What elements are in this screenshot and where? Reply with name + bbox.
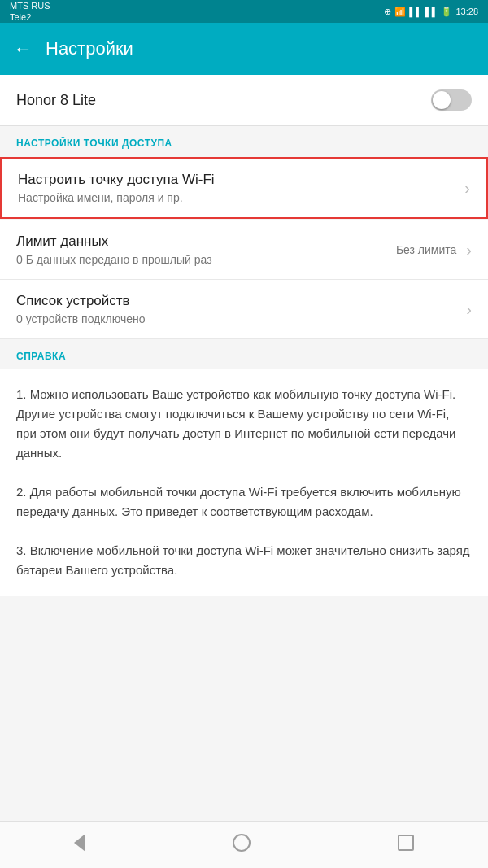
wifi-icon: 📶 [394,7,406,17]
home-nav-button[interactable] [213,827,270,863]
chevron-right-icon: › [464,179,470,198]
location-icon: ⊕ [384,7,391,17]
carrier-info: MTS RUS Tele2 [10,0,50,23]
recents-square-icon [398,835,414,851]
data-limit-subtitle: 0 Б данных передано в прошлый раз [16,253,396,266]
status-icons: ⊕ 📶 ▌▌ ▌▌ 🔋 13:28 [384,7,478,17]
status-bar: MTS RUS Tele2 ⊕ 📶 ▌▌ ▌▌ 🔋 13:28 [0,0,488,23]
help-text-content: 1. Можно использовать Ваше устройство ка… [16,385,472,580]
data-limit-value: Без лимита [396,243,456,256]
device-list-text: Список устройств 0 устройств подключено [16,293,460,325]
back-nav-button[interactable] [54,827,105,863]
data-limit-text: Лимит данных 0 Б данных передано в прошл… [16,233,396,266]
signal-icon1: ▌▌ [409,7,422,16]
wifi-access-point-title: Настроить точку доступа Wi-Fi [18,172,458,188]
toolbar: ← Настройки [0,23,488,75]
device-list-item[interactable]: Список устройств 0 устройств подключено … [0,280,488,339]
back-button[interactable]: ← [13,37,33,60]
hotspot-toggle-label: Honor 8 Lite [16,92,96,109]
data-limit-item[interactable]: Лимит данных 0 Б данных передано в прошл… [0,220,488,280]
section-hotspot-header: НАСТРОЙКИ ТОЧКИ ДОСТУПА [0,126,488,155]
hotspot-toggle-row: Honor 8 Lite [0,75,488,126]
device-list-title: Список устройств [16,293,460,309]
wifi-access-point-item[interactable]: Настроить точку доступа Wi-Fi Настройка … [0,157,488,219]
help-section: 1. Можно использовать Ваше устройство ка… [0,369,488,596]
hotspot-toggle-switch[interactable] [431,89,472,111]
chevron-right-icon-3: › [466,300,472,319]
recents-nav-button[interactable] [378,828,434,862]
wifi-access-point-text: Настроить точку доступа Wi-Fi Настройка … [18,172,458,204]
battery-icon: 🔋 [441,7,452,17]
time-display: 13:28 [455,7,478,16]
section-help-header: СПРАВКА [0,339,488,369]
back-triangle-icon [74,834,85,852]
chevron-right-icon-2: › [466,241,472,260]
home-circle-icon [233,834,251,852]
page-title: Настройки [46,38,133,59]
wifi-access-point-subtitle: Настройка имени, пароля и пр. [18,191,458,204]
content-area: Honor 8 Lite НАСТРОЙКИ ТОЧКИ ДОСТУПА Нас… [0,75,488,821]
device-list-subtitle: 0 устройств подключено [16,312,460,325]
signal-icon2: ▌▌ [425,7,438,16]
data-limit-title: Лимит данных [16,233,396,250]
nav-bar [0,821,488,868]
